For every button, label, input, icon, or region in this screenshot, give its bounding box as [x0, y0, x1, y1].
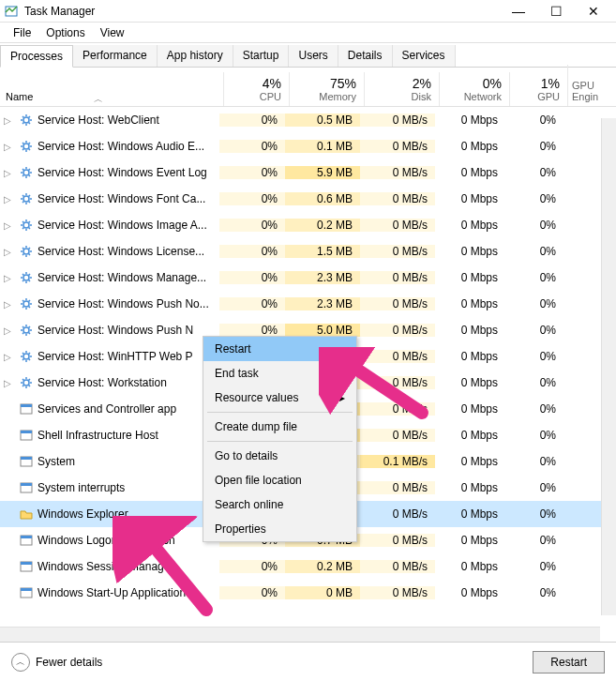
- process-icon: [19, 139, 34, 154]
- cell-disk: 0 MB/s: [360, 271, 435, 284]
- annotation-arrow-icon: [319, 347, 431, 422]
- menu-options[interactable]: Options: [38, 24, 92, 41]
- header-disk[interactable]: 2% Disk: [364, 72, 439, 106]
- header-name[interactable]: ︿ Name: [0, 87, 223, 106]
- expand-icon[interactable]: ▷: [0, 247, 15, 257]
- process-row[interactable]: ▷Service Host: Windows Event Log0%5.9 MB…: [0, 159, 616, 186]
- cell-network: 0 Mbps: [435, 402, 505, 416]
- expand-icon[interactable]: ▷: [0, 142, 15, 152]
- process-row[interactable]: ▷Service Host: Windows Push No...0%2.3 M…: [0, 291, 616, 317]
- expand-icon[interactable]: ▷: [0, 168, 15, 178]
- cell-disk: 0 MB/s: [360, 166, 435, 179]
- process-icon: [19, 480, 34, 495]
- process-row[interactable]: ▷Service Host: Windows Font Ca...0%0.6 M…: [0, 186, 616, 212]
- process-row[interactable]: ▷Service Host: Windows Manage...0%2.3 MB…: [0, 265, 616, 291]
- process-icon: [19, 244, 34, 259]
- menu-item-open-file-location[interactable]: Open file location: [203, 468, 356, 492]
- header-network[interactable]: 0% Network: [439, 72, 509, 106]
- cell-gpu: 0%: [505, 324, 563, 337]
- svg-rect-15: [21, 431, 32, 433]
- process-name: Service Host: Windows Push No...: [38, 297, 219, 310]
- menu-item-search-online[interactable]: Search online: [203, 492, 356, 517]
- cell-disk: 0 MB/s: [360, 429, 435, 442]
- tab-details[interactable]: Details: [338, 45, 393, 67]
- sort-caret-icon: ︿: [94, 93, 103, 106]
- cell-disk: 0 MB/s: [360, 297, 435, 310]
- tab-app-history[interactable]: App history: [158, 45, 233, 67]
- menu-item-properties[interactable]: Properties: [203, 517, 356, 541]
- cell-memory: 2.3 MB: [285, 271, 360, 284]
- vertical-scrollbar[interactable]: [601, 118, 616, 615]
- maximize-button[interactable]: ☐: [537, 1, 575, 22]
- tab-users[interactable]: Users: [289, 45, 338, 67]
- expand-icon[interactable]: ▷: [0, 352, 15, 362]
- process-row[interactable]: ▷Service Host: Windows Image A...0%0.2 M…: [0, 212, 616, 238]
- cell-disk: 0 MB/s: [360, 219, 435, 232]
- process-icon: [19, 323, 34, 338]
- header-memory-pct: 75%: [297, 76, 356, 91]
- cell-disk: 0 MB/s: [360, 534, 435, 547]
- restart-button[interactable]: Restart: [533, 651, 605, 673]
- cell-network: 0 Mbps: [435, 166, 505, 179]
- expand-icon[interactable]: ▷: [0, 299, 15, 310]
- fewer-details-button[interactable]: ︿ Fewer details: [11, 653, 102, 672]
- header-memory[interactable]: 75% Memory: [289, 72, 364, 106]
- cell-network: 0 Mbps: [435, 114, 505, 127]
- svg-rect-13: [21, 404, 32, 407]
- expand-icon[interactable]: ▷: [0, 194, 15, 204]
- cell-network: 0 Mbps: [435, 350, 505, 363]
- header-gpuengine[interactable]: GPU Engin: [567, 65, 616, 106]
- process-icon: [19, 454, 34, 469]
- horizontal-scrollbar[interactable]: [0, 627, 600, 642]
- process-icon: [19, 296, 34, 311]
- process-row[interactable]: Windows Start-Up Application0%0 MB0 MB/s…: [0, 580, 616, 606]
- header-gpu-pct: 1%: [518, 76, 560, 91]
- expand-icon[interactable]: ▷: [0, 325, 15, 336]
- cell-gpu: 0%: [505, 297, 563, 310]
- process-row[interactable]: Windows Session Manager0%0.2 MB0 MB/s0 M…: [0, 553, 616, 580]
- process-row[interactable]: ▷Service Host: Windows Audio E...0%0.1 M…: [0, 133, 616, 159]
- cell-memory: 0 MB: [285, 586, 360, 599]
- expand-icon[interactable]: ▷: [0, 115, 15, 126]
- svg-rect-23: [21, 562, 32, 565]
- minimize-button[interactable]: —: [500, 1, 537, 22]
- cell-cpu: 0%: [219, 140, 285, 153]
- svg-point-7: [23, 275, 29, 280]
- svg-rect-25: [21, 588, 32, 591]
- expand-icon[interactable]: ▷: [0, 273, 15, 283]
- expand-icon[interactable]: ▷: [0, 378, 15, 388]
- cell-gpu: 0%: [505, 455, 563, 468]
- cell-cpu: 0%: [219, 192, 285, 205]
- cell-gpu: 0%: [505, 534, 563, 547]
- chevron-up-icon: ︿: [11, 653, 30, 672]
- task-manager-icon: [4, 4, 19, 19]
- header-gpu[interactable]: 1% GPU: [509, 72, 567, 106]
- close-button[interactable]: ✕: [575, 1, 612, 22]
- svg-point-4: [23, 196, 29, 202]
- tab-processes[interactable]: Processes: [0, 45, 73, 68]
- tab-startup[interactable]: Startup: [233, 45, 290, 67]
- menu-item-go-to-details[interactable]: Go to details: [203, 444, 356, 468]
- process-icon: [19, 113, 34, 128]
- cell-memory: 0.2 MB: [285, 560, 360, 573]
- process-row[interactable]: ▷Service Host: WebClient0%0.5 MB0 MB/s0 …: [0, 107, 616, 133]
- menu-file[interactable]: File: [6, 24, 38, 41]
- tab-performance[interactable]: Performance: [73, 45, 158, 67]
- tab-services[interactable]: Services: [393, 45, 456, 67]
- menubar: File Options View: [0, 23, 616, 43]
- svg-point-10: [23, 354, 29, 359]
- header-cpu[interactable]: 4% CPU: [223, 72, 289, 106]
- cell-cpu: 0%: [219, 219, 285, 232]
- menu-view[interactable]: View: [93, 24, 132, 41]
- process-name: Service Host: Windows Event Log: [38, 166, 219, 179]
- cell-memory: 0.5 MB: [285, 114, 360, 127]
- cell-disk: 0 MB/s: [360, 586, 435, 599]
- process-name: Service Host: Windows Manage...: [38, 271, 219, 284]
- cell-gpu: 0%: [505, 586, 563, 599]
- cell-cpu: 0%: [219, 271, 285, 284]
- process-row[interactable]: ▷Service Host: Windows License...0%1.5 M…: [0, 238, 616, 265]
- cell-gpu: 0%: [505, 192, 563, 205]
- process-icon: [19, 507, 34, 522]
- expand-icon[interactable]: ▷: [0, 220, 15, 231]
- cell-network: 0 Mbps: [435, 245, 505, 258]
